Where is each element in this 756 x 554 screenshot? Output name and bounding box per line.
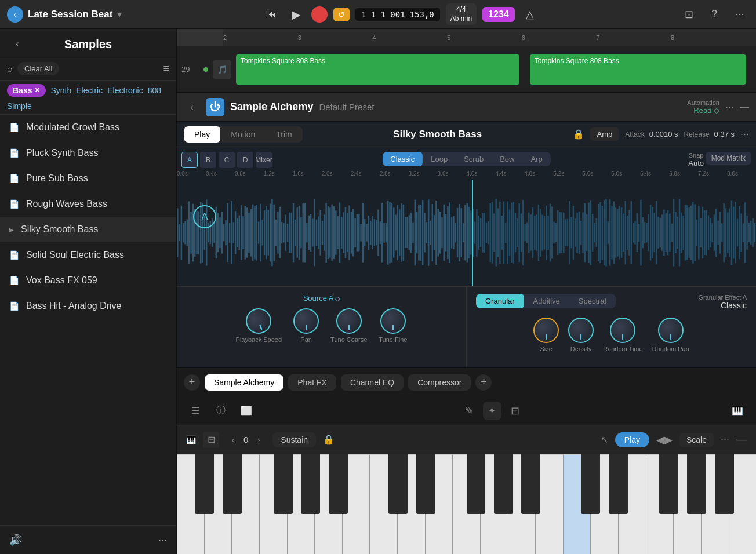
instrument-back-button[interactable]: ‹ xyxy=(184,99,200,115)
bottom-icon-2[interactable]: ⓘ xyxy=(212,402,230,420)
tab-trim[interactable]: Trim xyxy=(266,126,302,143)
circle-a-marker[interactable]: A xyxy=(193,205,216,228)
play-button[interactable]: ▶ xyxy=(287,5,306,24)
list-item-active[interactable]: ▶ Silky Smooth Bass xyxy=(0,217,176,242)
random-time-knob[interactable] xyxy=(610,318,635,343)
filter-simple[interactable]: Simple xyxy=(7,101,32,111)
filter-electric[interactable]: Electric xyxy=(76,86,103,95)
list-item[interactable]: 📄 Solid Soul Electric Bass xyxy=(0,242,176,268)
airplay-button[interactable]: ⊡ xyxy=(679,5,698,24)
tune-fine-knob[interactable] xyxy=(380,308,406,334)
additive-tab[interactable]: Additive xyxy=(524,294,569,308)
tab-play[interactable]: Play xyxy=(184,126,220,143)
power-button[interactable]: ⏻ xyxy=(206,98,224,116)
clip[interactable]: Tompkins Square 808 Bass xyxy=(530,54,746,85)
plugin-add-left-button[interactable]: + xyxy=(184,374,200,391)
pan-knob[interactable] xyxy=(293,308,319,334)
list-item[interactable]: 📄 Vox Bass FX 059 xyxy=(0,268,176,293)
white-key[interactable] xyxy=(315,454,343,554)
plugin-sample-alchemy-button[interactable]: Sample Alchemy xyxy=(205,374,284,391)
metronome-button[interactable]: △ xyxy=(521,5,539,24)
layout-button[interactable]: ⊟ xyxy=(203,432,219,448)
filter-button[interactable]: ≡ xyxy=(163,63,169,75)
sparkle-button[interactable]: ✦ xyxy=(483,402,501,420)
white-key[interactable]: C4 xyxy=(564,454,591,554)
pb-tab-classic[interactable]: Classic xyxy=(382,152,423,166)
size-knob[interactable] xyxy=(533,318,559,343)
help-button[interactable]: ? xyxy=(705,5,724,24)
more-button[interactable]: ··· xyxy=(730,5,749,24)
white-key[interactable] xyxy=(260,454,288,554)
loop-button[interactable]: ↺ xyxy=(333,8,350,21)
bottom-icon-1[interactable]: ☰ xyxy=(186,402,205,420)
white-key[interactable] xyxy=(398,454,426,554)
list-item[interactable]: 📄 Bass Hit - Analog Drive xyxy=(0,293,176,319)
scale-button[interactable]: Scale xyxy=(679,433,714,447)
keyboard-play-button[interactable]: Play xyxy=(615,432,649,447)
sidebar-more-button[interactable]: ··· xyxy=(158,534,167,546)
density-knob[interactable] xyxy=(568,318,594,343)
active-filter-tag[interactable]: Bass ✕ xyxy=(7,84,46,97)
octave-up-button[interactable]: › xyxy=(252,433,266,447)
white-key[interactable] xyxy=(481,454,508,554)
source-tab-b[interactable]: B xyxy=(200,152,216,168)
synth-more-button[interactable]: ··· xyxy=(740,128,749,140)
source-tab-a[interactable]: A xyxy=(181,152,198,168)
white-key[interactable] xyxy=(205,454,232,554)
filter-synth[interactable]: Synth xyxy=(50,86,71,95)
plugin-phat-fx-button[interactable]: Phat FX xyxy=(288,374,336,391)
sidebar-back-button[interactable]: ‹ xyxy=(9,36,26,52)
white-key[interactable] xyxy=(702,454,729,554)
pb-tab-bow[interactable]: Bow xyxy=(492,152,522,166)
white-key[interactable] xyxy=(729,454,757,554)
white-key[interactable] xyxy=(426,454,453,554)
keyboard-lines-icon[interactable]: — xyxy=(736,433,747,446)
instrument-more-button[interactable]: ··· xyxy=(725,101,734,113)
list-item[interactable]: 📄 Pluck Synth Bass xyxy=(0,140,176,166)
white-key[interactable] xyxy=(288,454,315,554)
sustain-button[interactable]: Sustain xyxy=(272,432,316,447)
keyboard-icon[interactable]: 🎹 xyxy=(186,435,196,444)
clear-all-button[interactable]: Clear All xyxy=(17,62,59,75)
mod-matrix-button[interactable]: Mod Matrix xyxy=(706,152,751,165)
sliders-icon[interactable]: ⊟ xyxy=(511,404,519,417)
white-key[interactable] xyxy=(453,454,481,554)
playback-speed-knob[interactable] xyxy=(242,305,275,337)
white-key[interactable] xyxy=(232,454,260,554)
waveform-canvas[interactable]: // Generate waveform visually xyxy=(177,180,756,286)
list-item[interactable]: 📄 Pure Sub Bass xyxy=(0,166,176,191)
white-key[interactable] xyxy=(508,454,536,554)
keyboard-lock-icon[interactable]: 🔒 xyxy=(323,434,335,445)
back-button[interactable]: ‹ xyxy=(7,6,23,23)
source-tab-c[interactable]: C xyxy=(219,152,235,168)
tune-coarse-knob[interactable] xyxy=(336,308,362,334)
filter-808[interactable]: 808 xyxy=(148,86,161,95)
instrument-lines-icon[interactable]: — xyxy=(740,102,749,112)
track-clips[interactable]: Tompkins Square 808 Bass Tompkins Square… xyxy=(236,52,751,87)
white-key[interactable] xyxy=(619,454,646,554)
piano-icon-btn[interactable]: 🎹 xyxy=(728,402,747,420)
spectral-tab[interactable]: Spectral xyxy=(569,294,616,308)
plugin-add-right-button[interactable]: + xyxy=(475,374,492,391)
granular-tab[interactable]: Granular xyxy=(476,294,524,308)
white-key[interactable]: C2 xyxy=(177,454,205,554)
pb-tab-loop[interactable]: Loop xyxy=(423,152,456,166)
list-item[interactable]: 📄 Modulated Growl Bass xyxy=(0,115,176,140)
tab-motion[interactable]: Motion xyxy=(220,126,266,143)
random-pan-knob[interactable] xyxy=(658,318,684,343)
filter-electronic[interactable]: Electronic xyxy=(107,86,143,95)
keyboard-more-button[interactable]: ··· xyxy=(721,433,729,446)
bottom-icon-3[interactable]: ⬜ xyxy=(237,402,256,420)
snap-value[interactable]: Auto xyxy=(688,159,704,167)
white-key[interactable] xyxy=(536,454,564,554)
white-key[interactable] xyxy=(343,454,370,554)
source-tab-mixer[interactable]: Mixer xyxy=(256,152,272,168)
octave-down-button[interactable]: ‹ xyxy=(226,433,240,447)
pencil-icon[interactable]: ✎ xyxy=(465,404,474,417)
white-key[interactable] xyxy=(646,454,674,554)
source-tab-d[interactable]: D xyxy=(237,152,253,168)
rewind-button[interactable]: ⏮ xyxy=(263,5,281,24)
amp-button[interactable]: Amp xyxy=(590,127,620,141)
plugin-channel-eq-button[interactable]: Channel EQ xyxy=(341,374,404,391)
velocity-icon[interactable]: ◀▶ xyxy=(656,433,673,446)
